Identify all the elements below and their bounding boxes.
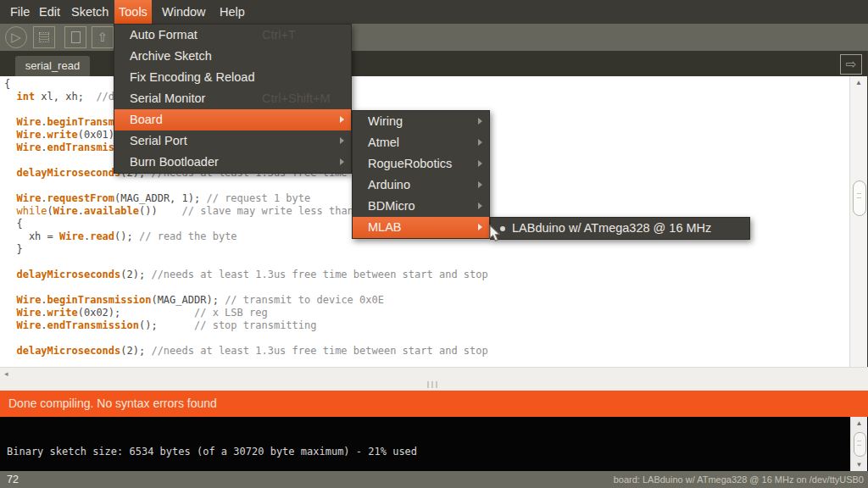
- menubar-item-edit[interactable]: Edit: [35, 0, 64, 24]
- scrollbar-thumb[interactable]: [854, 432, 866, 457]
- menu-item-label: Atmel: [368, 136, 399, 149]
- submenu-arrow-icon: [340, 116, 344, 123]
- board-item-atmel[interactable]: Atmel: [353, 132, 489, 153]
- menu-item-label: BDMicro: [368, 199, 415, 213]
- menu-item-shortcut: Ctrl+Shift+M: [262, 88, 331, 109]
- scroll-down-icon[interactable]: ▼: [851, 461, 867, 469]
- submenu-arrow-icon: [478, 139, 482, 146]
- verify-icon[interactable]: ▷: [5, 26, 27, 48]
- tools-menu-item-auto-format[interactable]: Auto FormatCtrl+T: [114, 25, 351, 46]
- status-message: Done compiling. No syntax errors found: [8, 396, 217, 410]
- thumb-grip: [857, 193, 861, 198]
- submenu-arrow-icon: [478, 118, 482, 125]
- stop-icon[interactable]: [33, 26, 55, 48]
- console-output: Binary sketch size: 6534 bytes (of a 307…: [0, 417, 868, 471]
- board-item-bdmicro[interactable]: BDMicro: [353, 196, 489, 217]
- menu-item-shortcut: Ctrl+T: [262, 25, 296, 46]
- tools-menu: Auto FormatCtrl+TArchive SketchFix Encod…: [114, 24, 352, 174]
- menu-item-label: Fix Encoding & Reload: [130, 70, 255, 84]
- menubar-item-file[interactable]: File: [6, 0, 34, 24]
- new-sketch-icon[interactable]: [64, 26, 86, 48]
- menu-item-label: LABduino w/ ATmega328 @ 16 MHz: [512, 221, 711, 235]
- tools-menu-item-serial-monitor[interactable]: Serial MonitorCtrl+Shift+M: [114, 88, 351, 109]
- mouse-cursor: [489, 225, 503, 243]
- console-text: Binary sketch size: 6534 bytes (of a 307…: [0, 417, 868, 458]
- arduino-ide-window: FileEditSketchToolsWindowHelp ▷⇧⇩ serial…: [0, 0, 868, 488]
- line-number: 72: [7, 471, 19, 488]
- submenu-arrow-icon: [340, 158, 344, 165]
- submenu-arrow-icon: [478, 202, 482, 209]
- scroll-up-icon[interactable]: ▲: [850, 79, 867, 86]
- submenu-arrow-icon: [478, 181, 482, 188]
- editor-console-splitter[interactable]: [0, 379, 868, 391]
- menu-item-label: Arduino: [368, 178, 410, 191]
- board-item-roguerobotics[interactable]: RogueRobotics: [353, 153, 489, 175]
- serial-monitor-icon[interactable]: ⇨: [840, 54, 862, 75]
- mlab-submenu: LABduino w/ ATmega328 @ 16 MHz: [490, 217, 750, 240]
- menubar-item-window[interactable]: Window: [158, 0, 210, 24]
- tools-menu-item-serial-port[interactable]: Serial Port: [114, 130, 351, 152]
- menu-item-label: RogueRobotics: [368, 157, 452, 170]
- editor-vertical-scrollbar[interactable]: ▲: [849, 76, 867, 367]
- menubar-item-help[interactable]: Help: [215, 0, 249, 24]
- board-submenu: WiringAtmelRogueRoboticsArduinoBDMicroML…: [352, 110, 490, 239]
- tools-menu-item-archive-sketch[interactable]: Archive Sketch: [114, 46, 351, 67]
- open-icon[interactable]: ⇧: [92, 26, 114, 48]
- submenu-arrow-icon: [478, 224, 482, 230]
- menu-bar: FileEditSketchToolsWindowHelp: [0, 0, 868, 24]
- console-scrollbar[interactable]: ▲ ▼: [850, 417, 867, 471]
- mlab-item-labduino-w-atmega328-16-mhz[interactable]: LABduino w/ ATmega328 @ 16 MHz: [491, 218, 749, 239]
- tools-menu-item-fix-encoding-reload[interactable]: Fix Encoding & Reload: [114, 67, 351, 88]
- menu-item-label: Auto Format: [130, 28, 198, 42]
- menubar-item-sketch[interactable]: Sketch: [67, 0, 113, 24]
- board-item-wiring[interactable]: Wiring: [353, 111, 489, 132]
- scroll-up-icon[interactable]: ▲: [851, 419, 867, 427]
- editor-horizontal-scrollbar[interactable]: ◂: [0, 367, 868, 379]
- board-item-arduino[interactable]: Arduino: [353, 175, 489, 196]
- menubar-item-tools[interactable]: Tools: [114, 0, 152, 24]
- tools-menu-item-burn-bootloader[interactable]: Burn Bootloader: [114, 152, 351, 173]
- scroll-left-icon[interactable]: ◂: [4, 369, 8, 378]
- thumb-grip: [857, 441, 861, 446]
- submenu-arrow-icon: [340, 137, 344, 144]
- tab-serial-read[interactable]: serial_read: [15, 56, 90, 76]
- footer-status-bar: 72 board: LABduino w/ ATmega328 @ 16 MHz…: [0, 471, 868, 488]
- menu-item-label: MLAB: [368, 220, 402, 234]
- submenu-arrow-icon: [478, 160, 482, 167]
- menu-item-label: Board: [130, 113, 163, 126]
- splitter-grip-icon: [427, 381, 437, 388]
- menu-item-label: Serial Monitor: [130, 92, 205, 105]
- status-bar: Done compiling. No syntax errors found: [0, 391, 868, 417]
- scrollbar-thumb[interactable]: [853, 180, 866, 216]
- menu-item-label: Burn Bootloader: [130, 155, 219, 169]
- menu-item-label: Serial Port: [130, 134, 187, 147]
- tools-menu-item-board[interactable]: Board: [114, 109, 351, 130]
- board-item-mlab[interactable]: MLAB: [353, 217, 489, 238]
- menu-item-label: Archive Sketch: [130, 49, 212, 63]
- menu-item-label: Wiring: [368, 114, 403, 128]
- board-info: board: LABduino w/ ATmega328 @ 16 MHz on…: [614, 471, 864, 488]
